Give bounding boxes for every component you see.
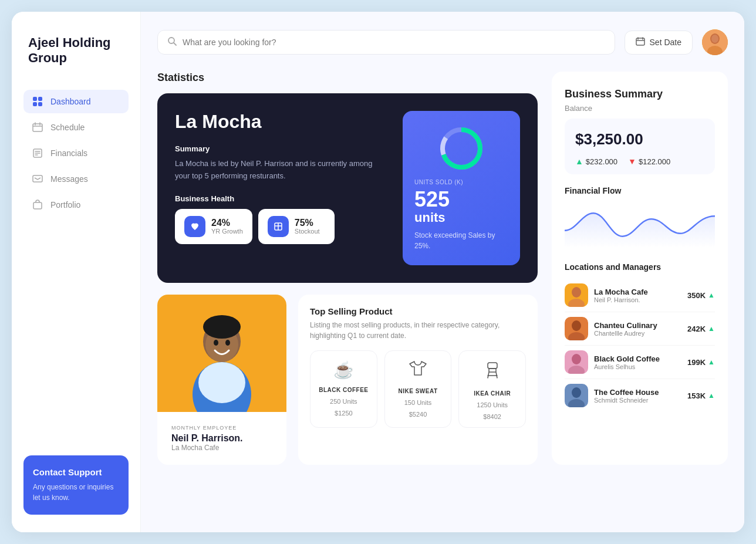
summary-text: La Mocha is led by Neil P. Harrison and … [175,158,389,183]
svg-point-50 [572,354,581,364]
tshirt-icon [409,360,427,381]
location-info-2: Black Gold Coffee Aurelis Selhus [594,354,681,370]
stats-left: La Mocha Summary La Mocha is led by Neil… [175,111,389,265]
arrow-up-icon: ▲ [575,157,583,166]
balance-up-value: $232.000 [586,157,617,166]
balance-down-value: $122.000 [639,157,670,166]
contact-support-title: Contact Support [33,467,119,477]
location-item-3: The Coffee House Schmidt Schneider 153K … [565,379,715,412]
flow-label: Financial Flow [565,186,715,195]
units-sub: units [414,210,446,225]
set-date-button[interactable]: Set Date [625,31,693,55]
left-column: Statistics La Mocha Summary La Mocha is … [157,72,538,465]
location-name-1: Chanteu Culinary [594,321,681,330]
messages-label: Messages [50,174,88,184]
svg-rect-13 [33,202,42,209]
product-units-0: 250 Units [330,398,357,405]
badge1-pct: 24% [211,218,243,228]
product-price-1: $5240 [409,411,427,418]
contact-support-card: Contact Support Any questions or inquiri… [23,455,129,515]
svg-point-53 [572,387,581,398]
location-manager-1: Chantellle Audrey [594,330,681,337]
location-name-0: La Mocha Cafe [594,288,681,296]
svg-point-23 [711,35,718,43]
loc-arrow-2: ▲ [708,358,715,366]
location-value-0: 350K ▲ [687,291,715,300]
location-avatar-0 [565,283,588,307]
business-summary-title: Business Summary [565,88,715,100]
top-selling-desc: Listing the most selling products, in th… [310,320,526,341]
messages-icon [32,173,43,185]
employee-bg [157,295,286,412]
set-date-label: Set Date [650,38,681,47]
financials-icon [32,147,43,159]
search-icon [167,36,177,48]
employee-info: MONTHLY EMPLOYEE Neil P. Harrison. La Mo… [163,418,281,459]
sidebar-item-dashboard[interactable]: Dashboard [23,90,129,113]
svg-rect-2 [33,102,37,106]
summary-label: Summary [175,144,389,153]
financials-label: Financials [50,148,87,158]
health-badges: 24% YR Growth [175,209,389,244]
product-card-chair: IKEA CHAIR 1250 Units $8402 [458,350,526,428]
contact-support-text: Any questions or inquiries let us know. [33,482,119,503]
products-grid: ☕ BLACK COFFEE 250 Units $1250 [310,350,526,428]
location-info-0: La Mocha Cafe Neil P. Harrison. [594,288,681,303]
badge1-label: YR Growth [211,228,243,235]
svg-rect-3 [38,102,42,106]
location-name-2: Black Gold Coffee [594,354,681,363]
employee-name: Neil P. Harrison. [171,433,272,444]
svg-point-37 [225,340,230,346]
sidebar-item-schedule[interactable]: Schedule [23,116,129,139]
svg-point-32 [198,362,245,403]
search-input[interactable] [183,38,605,47]
employee-card: MONTHLY EMPLOYEE Neil P. Harrison. La Mo… [157,295,286,465]
sidebar-item-financials[interactable]: Financials [23,141,129,165]
sidebar-item-portfolio[interactable]: Portfolio [23,193,129,217]
stock-note: Stock exceeding Sales by 25%. [414,230,508,251]
svg-rect-1 [38,97,42,101]
badge2-pct: 75% [295,218,320,228]
product-card-sweat: NIKE SWEAT 150 Units $5240 [384,350,452,428]
flow-chart [565,201,715,248]
growth-badge: 24% YR Growth [175,209,252,244]
search-bar[interactable] [157,30,615,55]
badge2-info: 75% Stockout [295,218,320,235]
units-sold-label: UNITS SOLD (K) [414,179,463,185]
balance-section: Balance $3,250.00 ▲ $232.000 ▼ $122.000 [565,104,715,174]
chair-icon [483,360,502,383]
dashboard-icon [32,96,43,107]
svg-line-15 [174,43,176,45]
product-name-2: IKEA CHAIR [474,390,511,397]
svg-line-40 [488,372,489,378]
location-avatar-2 [565,350,588,374]
top-selling-title: Top Selling Product [310,306,526,316]
calendar-icon [636,37,645,48]
svg-rect-16 [636,38,644,45]
monthly-tag: MONTHLY EMPLOYEE [171,425,272,431]
badge2-label: Stockout [295,228,320,235]
loc-arrow-0: ▲ [708,291,715,299]
location-avatar-1 [565,317,588,340]
svg-rect-39 [489,369,496,372]
stats-right: UNITS SOLD (K) 525 units Stock exceeding… [403,111,520,265]
financial-flow-section: Financial Flow [565,186,715,251]
stockout-badge: 75% Stockout [258,209,335,244]
sidebar-item-messages[interactable]: Messages [23,167,129,191]
location-manager-0: Neil P. Harrison. [594,296,681,303]
product-name-0: BLACK COFFEE [319,387,368,393]
stats-brand: La Mocha [175,111,389,133]
portfolio-label: Portfolio [50,200,80,210]
svg-rect-4 [33,124,42,131]
portfolio-icon [32,199,43,211]
user-avatar-image [702,29,728,55]
sidebar-logo: Ajeel Holding Group [23,35,129,66]
coffee-icon: ☕ [333,360,354,380]
location-item-0: La Mocha Cafe Neil P. Harrison. 350K ▲ [565,279,715,312]
product-card-coffee: ☕ BLACK COFFEE 250 Units $1250 [310,350,377,428]
right-panel: Business Summary Balance $3,250.00 ▲ $23… [552,72,728,465]
health-label: Business Health [175,194,389,203]
location-info-3: The Coffee House Schmidt Schneider [594,388,681,404]
employee-place: La Mocha Cafe [171,444,272,452]
header: Set Date [157,29,728,55]
